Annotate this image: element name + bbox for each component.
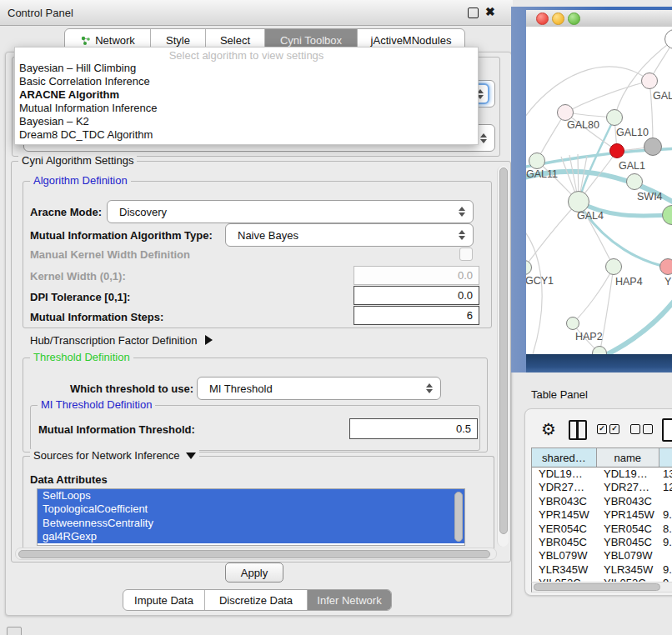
kernel-width-label: Kernel Width (0,1): [30,270,126,282]
network-window-bottom-frame [526,354,672,372]
combo-stepper-icon [477,128,490,148]
network-window-titlebar[interactable] [526,10,672,28]
control-panel-title: Control Panel [8,7,73,19]
manual-kernel-checkbox[interactable] [459,248,473,261]
settings-vscroll-thumb[interactable] [499,168,508,534]
sources-group-title: Sources for Network Inference [33,449,180,462]
close-icon[interactable]: ✖ [485,5,495,18]
popup-item-selected[interactable]: ARACNE Algorithm [19,88,474,102]
settings-vertical-scrollbar[interactable] [497,166,509,547]
column-header-shared-name[interactable]: shared… [532,448,597,467]
network-node[interactable] [606,109,623,126]
document-icon[interactable] [662,418,672,442]
popup-item[interactable]: Dream8 DC_TDC Algorithm [19,128,474,142]
table-body[interactable]: YDL19…YDL19…13 YDR27…YDR27…12 YBR043CYBR… [532,468,672,584]
zoom-traffic-light-icon[interactable] [568,12,580,25]
popup-item[interactable]: Basic Correlation Inference [19,75,474,88]
table-row[interactable]: YBL079WYBL079W [532,549,672,562]
network-node[interactable] [641,72,658,89]
bottom-tabs: Impute Data Discretize Data Infer Networ… [123,589,392,611]
combo-stepper-icon [455,203,469,220]
attribute-item-selected[interactable]: gal4RGexp [38,530,464,543]
mi-threshold-field[interactable]: 0.5 [349,418,478,439]
node-label: GAL1 [619,160,645,172]
node-label: GAL11 [526,168,558,180]
tab-infer-network[interactable]: Infer Network [308,590,391,610]
mi-type-value: Naive Bayes [238,224,298,246]
panel-grip[interactable] [7,627,22,635]
attribute-item-selected[interactable]: BetweennessCentrality [38,517,464,530]
mi-steps-field[interactable]: 6 [354,306,479,325]
table-row[interactable]: YBR043CYBR043C [532,495,672,508]
network-node-selected[interactable] [609,143,624,158]
split-columns-icon[interactable] [569,420,587,440]
close-traffic-light-icon[interactable] [536,12,549,25]
mi-threshold-group-title: MI Threshold Definition [38,398,155,411]
node-label: GAL4 [577,210,604,222]
hub-definition-expander[interactable]: Hub/Transcription Factor Definition [30,333,213,347]
table-row[interactable]: YER054CYER054C8. [532,522,672,536]
node-label: HAP4 [615,276,643,288]
tab-discretize-data[interactable]: Discretize Data [205,590,308,610]
network-node[interactable] [566,317,579,330]
column-header-partial[interactable] [659,448,672,467]
algorithm-definition-title: Algorithm Definition [30,174,131,187]
aracne-mode-combo[interactable]: Discovery [107,200,474,223]
float-window-icon[interactable] [468,8,479,18]
mi-threshold-label: Mutual Information Threshold: [38,423,195,436]
table-header-row: shared… name [532,448,672,468]
network-node[interactable] [659,258,672,275]
table-hscroll-thumb[interactable] [534,583,660,591]
network-node[interactable] [644,138,662,156]
table-row[interactable]: YLR345WYLR345W9. [532,563,672,577]
sources-group-title-wrap[interactable]: Sources for Network Inference [30,449,199,462]
table-row[interactable]: YDL19…YDL19…13 [532,468,672,481]
aracne-mode-label: Aracne Mode: [30,206,102,218]
network-canvas[interactable]: GAL GAL80 GAL10 GAL1 GAL11 SWI4 GAL4 GCY… [526,27,672,354]
control-panel-titlebar: Control Panel ✖ [0,0,513,26]
tab-network-label: Network [95,34,135,47]
dpi-tolerance-label: DPI Tolerance [0,1]: [30,291,130,303]
algorithm-popup: Select algorithm to view settings Bayesi… [14,47,479,145]
popup-item[interactable]: Bayesian – Hill Climbing [19,62,474,75]
tab-impute-data[interactable]: Impute Data [123,590,205,610]
attribute-item-selected[interactable]: SelfLoops [38,489,464,502]
popup-item[interactable]: Bayesian – K2 [19,115,474,128]
dpi-tolerance-field[interactable]: 0.0 [354,286,479,305]
table-horizontal-scrollbar[interactable] [531,582,672,592]
screen: { "colors": { "selection_blue": "#3b6cd4… [0,0,672,635]
table-row[interactable]: YBR045CYBR045C9. [532,536,672,549]
network-window: GAL GAL80 GAL10 GAL1 GAL11 SWI4 GAL4 GCY… [511,7,672,372]
settings-horizontal-scrollbar[interactable] [15,548,497,560]
deselect-all-icon[interactable] [630,424,653,434]
combo-stepper-icon [423,380,436,397]
expand-right-icon [205,335,213,345]
popup-item[interactable]: Mutual Information Inference [19,102,474,115]
network-node[interactable] [557,104,574,121]
network-node[interactable] [626,173,643,190]
settings-hscroll-thumb[interactable] [18,550,490,558]
kernel-width-field: 0.0 [354,266,479,285]
node-label: SWI4 [637,191,663,202]
mi-type-combo[interactable]: Naive Bayes [225,223,474,247]
which-threshold-combo[interactable]: MI Threshold [197,377,441,400]
node-label: GAL80 [567,119,599,131]
gear-icon[interactable]: ⚙ [541,421,556,438]
data-attributes-list[interactable]: SelfLoops TopologicalCoefficient Between… [37,488,465,546]
mi-steps-label: Mutual Information Steps: [30,311,163,323]
column-header-name[interactable]: name [597,448,659,467]
settings-group-title: Cyni Algorithm Settings [18,154,137,167]
minimize-traffic-light-icon[interactable] [552,12,564,25]
network-node[interactable] [605,258,622,275]
table-row[interactable]: YPR145WYPR145W9. [532,508,672,522]
table-row[interactable]: YDR27…YDR27…12 [532,481,672,494]
combo-stepper-icon [455,227,469,243]
select-all-icon[interactable]: ✓✓ [597,424,619,434]
manual-kernel-label: Manual Kernel Width Definition [30,248,190,261]
node-table: shared… name YDL19…YDL19…13 YDR27…YDR27…… [531,448,672,585]
apply-button[interactable]: Apply [225,562,283,582]
attribute-item-selected[interactable]: TopologicalCoefficient [38,502,464,516]
list-scrollbar-thumb[interactable] [454,492,463,542]
network-node[interactable] [529,152,545,169]
collapse-down-icon [186,452,196,459]
